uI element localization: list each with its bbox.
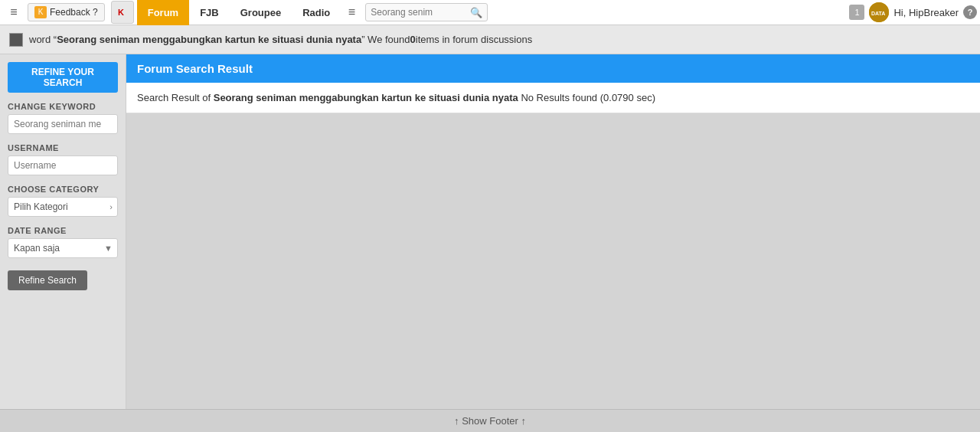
nav-right: 1 DATA Hi, HipBreaker ? [849,2,977,22]
nav-search[interactable]: 🔍 [365,3,488,21]
content: Forum Search Result Search Result of Seo… [126,54,980,409]
result-prefix: Search Result of [137,92,214,103]
sidebar: REFINE YOUR SEARCH CHANGE KEYWORD USERNA… [0,54,126,409]
user-greeting[interactable]: Hi, HipBreaker [893,7,959,18]
result-suffix: No Results found (0.0790 sec) [518,92,655,103]
more-icon[interactable]: ≡ [341,0,362,25]
feedback-button[interactable]: K Feedback ? [28,3,105,21]
checkbox-icon [9,33,23,47]
search-result-bar: word “Seorang seniman menggabungkan kart… [0,25,980,54]
nav-tab-forum[interactable]: Forum [137,0,189,25]
search-bar-suffix: ” We found [361,34,410,45]
search-keyword: Seorang seniman menggabungkan kartun ke … [57,34,361,45]
navbar: ≡ K Feedback ? K Forum FJB Groupee Radio… [0,0,980,25]
date-range-select[interactable]: Kapan saja Today This week This month Th… [8,238,118,258]
change-keyword-label: CHANGE KEYWORD [8,102,118,111]
date-range-label: DATE RANGE [8,226,118,235]
keyword-input[interactable] [8,114,118,134]
svg-text:K: K [118,8,124,17]
username-input[interactable] [8,155,118,175]
search-count-suffix: items in forum discussions [416,34,532,45]
result-keyword: Seorang seniman menggabungkan kartun ke … [214,92,518,103]
show-footer-button[interactable]: ↑ Show Footer ↑ [0,409,980,432]
refine-search-button[interactable]: Refine Search [8,270,87,290]
category-label: CHOOSE CATEGORY [8,185,118,194]
help-icon[interactable]: ? [963,5,977,19]
svg-text:DATA: DATA [871,11,885,16]
refine-your-search-button[interactable]: REFINE YOUR SEARCH [8,62,118,93]
username-label: USERNAME [8,143,118,152]
feedback-label: Feedback ? [50,7,98,18]
notification-badge[interactable]: 1 [849,5,864,20]
search-count: 0 [410,34,416,45]
search-bar-prefix: word “ [29,34,57,45]
date-range-select-wrapper: Kapan saja Today This week This month Th… [8,238,118,258]
search-input[interactable] [371,7,470,18]
forum-result-body: Search Result of Seorang seniman menggab… [126,83,980,113]
nav-tab-radio[interactable]: Radio [292,0,341,25]
avatar[interactable]: DATA [869,2,889,22]
search-icon[interactable]: 🔍 [470,7,482,18]
nav-tab-fjb[interactable]: FJB [189,0,230,25]
main-layout: REFINE YOUR SEARCH CHANGE KEYWORD USERNA… [0,54,980,409]
nav-tab-groupee[interactable]: Groupee [230,0,292,25]
k-logo[interactable]: K [111,1,134,24]
category-select-wrapper: Pilih Kategori › [8,197,118,217]
category-select[interactable]: Pilih Kategori [8,197,118,217]
forum-result-header: Forum Search Result [126,54,980,83]
feedback-icon: K [34,6,47,18]
hamburger-icon[interactable]: ≡ [3,0,24,25]
